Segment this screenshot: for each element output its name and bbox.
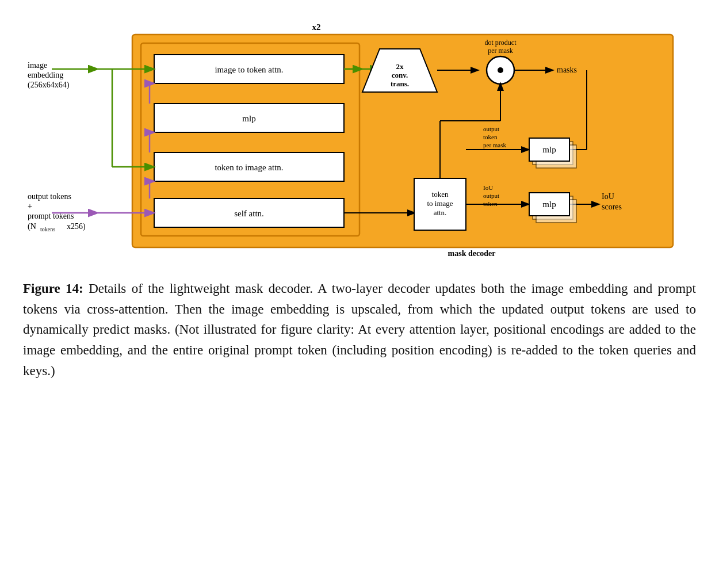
svg-text:(N: (N <box>28 222 36 231</box>
x2-label: x2 <box>312 22 321 32</box>
image-embedding-label: image <box>28 61 47 70</box>
dot-product-label: dot product <box>485 39 517 47</box>
svg-text:per mask: per mask <box>488 47 513 55</box>
svg-text:embedding: embedding <box>28 71 63 79</box>
svg-text:mlp: mlp <box>542 200 556 209</box>
svg-text:tokens: tokens <box>40 226 55 232</box>
svg-text:mlp: mlp <box>542 145 556 154</box>
mask-decoder-label: mask decoder <box>448 249 496 258</box>
svg-text:+: + <box>28 202 32 211</box>
token-image-attn-label: token <box>432 190 449 198</box>
masks-label: masks <box>557 66 577 74</box>
svg-text:scores: scores <box>602 203 622 211</box>
svg-text:x256): x256) <box>67 222 86 231</box>
mlp-top-label: mlp <box>242 114 255 123</box>
architecture-diagram: x2 image to token attn. mlp token to ima… <box>23 17 696 265</box>
output-token-label: output <box>483 125 499 132</box>
svg-text:per mask: per mask <box>483 142 507 148</box>
conv-trans-label: 2x <box>396 62 404 71</box>
svg-point-31 <box>498 67 503 73</box>
figure-number: Figure 14: <box>23 281 83 296</box>
self-attn-label: self attn. <box>234 209 264 218</box>
image-to-token-label: image to token attn. <box>215 65 283 74</box>
diagram-wrapper: x2 image to token attn. mlp token to ima… <box>23 17 696 265</box>
svg-text:token: token <box>483 133 498 140</box>
svg-text:attn.: attn. <box>434 208 447 217</box>
iou-output-label: IoU <box>483 184 493 191</box>
output-tokens-label: output tokens <box>28 192 71 201</box>
svg-text:trans.: trans. <box>391 79 409 88</box>
svg-text:to image: to image <box>427 199 453 208</box>
svg-text:output: output <box>483 192 499 199</box>
svg-text:conv.: conv. <box>392 71 408 79</box>
iou-scores-label: IoU <box>602 192 614 201</box>
figure-caption: Figure 14: Details of the lightweight ma… <box>23 278 696 381</box>
svg-text:(256x64x64): (256x64x64) <box>28 81 70 90</box>
token-to-image-label: token to image attn. <box>215 163 283 172</box>
